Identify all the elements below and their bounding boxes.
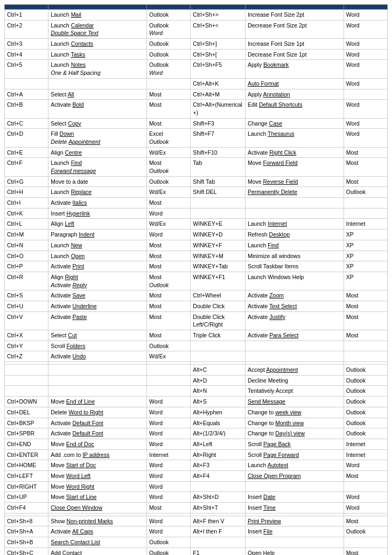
table-cell: Tentatively Accept (245, 386, 344, 397)
table-cell: WINKEY+F (191, 240, 246, 251)
table-row: Ctrl+4Launch TasksOutlookCtrl+Sh+[Decrea… (5, 49, 388, 60)
table-cell: Align RightActivate Reply (48, 272, 147, 290)
table-cell: Launch Autotext (245, 460, 344, 471)
table-cell: Ctrl+R (5, 272, 48, 290)
table-cell: Outlook (344, 407, 387, 418)
table-cell: Alt+Right (191, 449, 246, 460)
table-cell (344, 481, 387, 492)
table-cell: Decrease Font Size 2pt (245, 20, 344, 38)
table-row: Ctrl+VActivate PasteMostDouble Click Lef… (5, 311, 388, 330)
table-cell: Word (344, 20, 387, 38)
table-cell: Activate Para Select (245, 330, 344, 341)
table-cell: Add .com to IP address (48, 449, 147, 460)
table-cell: Word (147, 526, 191, 537)
table-cell: WINKEY+E (191, 219, 246, 230)
table-row: Ctrl+ZActivate UndoWd/Ex (5, 351, 388, 362)
table-cell: Ctrl+S (5, 290, 48, 301)
table-cell: Refresh Desktop (245, 230, 344, 240)
table-cell (191, 481, 246, 492)
table-cell (344, 198, 387, 209)
table-cell: Shift Tab (191, 176, 246, 187)
table-row: Ctrl+Alt+KAuto FormatWord (5, 78, 388, 89)
table-cell: Ctrl+Sh+[ (191, 49, 246, 60)
table-cell: Select Copy (48, 118, 147, 129)
table-row: Ctrl+YScroll FoldersOutlook (5, 341, 388, 351)
table-cell: Word (147, 492, 191, 503)
table-cell: Outlook (147, 341, 191, 351)
cell-secondary: Outlook (149, 138, 188, 146)
table-cell: Word (147, 397, 191, 407)
table-cell: Launch Internet (245, 219, 344, 230)
table-cell: Most (344, 301, 387, 311)
table-cell: Launch Replace (48, 187, 147, 198)
table-cell: Word (147, 418, 191, 428)
table-cell: Most (344, 311, 387, 330)
table-cell: Ctrl+X (5, 330, 48, 341)
table-cell: Move Forward Field (245, 158, 344, 176)
table-cell: Tab (191, 158, 246, 176)
table-cell: Double Click Left/C/Right (191, 311, 246, 330)
table-cell: Change to week view (245, 407, 344, 418)
table-cell: Ctrl+D (5, 129, 48, 147)
header-key2 (191, 5, 246, 10)
table-cell: OutlookWord (147, 60, 191, 78)
table-cell: Alt+(1/2/3/4/) (191, 428, 246, 439)
table-cell: Launch Tasks (48, 49, 147, 60)
table-row: Ctrl+IActivate ItalicsMost (5, 198, 388, 209)
table-row: Ctrl+LAlign LeftWd/ExWINKEY+ELaunch Inte… (5, 219, 388, 230)
table-cell: Most (147, 118, 191, 129)
table-cell: Activate Right Click (245, 147, 344, 158)
table-cell: Fill DownDelete Appointment (48, 129, 147, 147)
table-cell: Ctrl+DEL (5, 407, 48, 418)
table-cell (48, 375, 147, 386)
table-cell: Most (147, 301, 191, 311)
cell-secondary: Delete Appointment (51, 138, 144, 146)
table-cell: Wd/Ex (147, 219, 191, 230)
table-cell: Word (147, 470, 191, 481)
header-prog1 (147, 5, 191, 10)
table-cell: Internet (344, 449, 387, 460)
table-cell (147, 365, 191, 376)
table-row: Ctrl+SActivate SaveMostCtrl+WheelActivat… (5, 290, 388, 301)
table-row: Ctrl+CSelect CopyMostShift+F3Change Case… (5, 118, 388, 129)
table-cell: Print Preview (245, 516, 344, 526)
cell-primary: Align Right (51, 274, 78, 280)
table-cell: Ctrl+H (5, 187, 48, 198)
table-cell: Outlook (344, 375, 387, 386)
table-row: Ctrl+DFill DownDelete AppointmentExcelOu… (5, 129, 388, 147)
table-cell: Word (344, 78, 387, 89)
table-cell: WINKEY+Tab (191, 261, 246, 272)
table-cell: Most (147, 89, 191, 100)
table-cell: Most (344, 330, 387, 341)
table-cell: Shift+F7 (191, 129, 246, 147)
table-cell: Alt+Equals (191, 418, 246, 428)
cell-secondary: One & Half Spacing (51, 69, 144, 77)
table-row: Ctrl+Sh+8Show Non-printed MarksWordAlt+F… (5, 516, 388, 526)
table-cell: Double Click (191, 301, 246, 311)
table-cell: Move Reverse Field (245, 176, 344, 187)
table-cell: Close Open Program (245, 470, 344, 481)
table-row: Ctrl+KInsert HyperlinkWord (5, 208, 388, 219)
table-cell: Outlook (344, 397, 387, 407)
table-cell: Ctrl+F (5, 158, 48, 176)
cell-primary: Most (149, 159, 162, 166)
table-cell: Launch Thesaurus (245, 129, 344, 147)
table-cell: Select All (48, 89, 147, 100)
table-cell: Delete Word to Right (48, 407, 147, 418)
table-cell: Ctrl+O (5, 251, 48, 261)
table-cell: Activate Default Font (48, 428, 147, 439)
table-cell: Ctrl+M (5, 230, 48, 240)
table-cell: Alt+F then V (191, 516, 246, 526)
table-cell: Most (344, 176, 387, 187)
table-cell: Outlook (147, 176, 191, 187)
table-cell: Scroll Page Back (245, 439, 344, 449)
table-cell: Alt+D (191, 375, 246, 386)
table-row: Ctrl+DELDelete Word to RightWordAlt+Hyph… (5, 407, 388, 418)
table-cell: WINKEY+D (191, 230, 246, 240)
table-cell: Close Open Window (48, 503, 147, 514)
table-cell: Ctrl+Sh+F5 (191, 60, 246, 78)
table-cell: XP (344, 230, 387, 240)
table-cell: Insert Hyperlink (48, 208, 147, 219)
table-cell: Move Start of Line (48, 492, 147, 503)
cell-secondary: Outlook (149, 167, 188, 175)
